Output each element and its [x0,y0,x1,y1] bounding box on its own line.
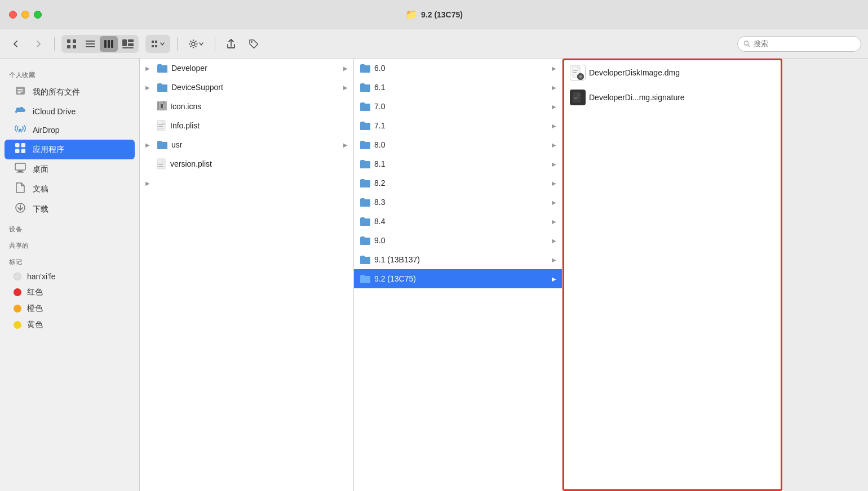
file-row-8.0[interactable]: 8.0 ▶ [354,135,562,154]
action-button[interactable] [184,35,208,53]
dmg-icon [570,65,586,81]
svg-rect-31 [17,89,23,90]
window-controls [9,11,42,19]
tag-yellow-label: 黄色 [27,320,43,330]
close-button[interactable] [9,11,17,19]
folder-7.1-icon [360,120,371,131]
view-list-button[interactable] [81,36,99,52]
sidebar-item-applications[interactable]: 应用程序 [5,140,135,159]
sidebar-item-all-files[interactable]: 我的所有文件 [5,82,135,102]
shared-label: 共享的 [0,236,139,252]
folder-8.3-name: 8.3 [374,198,548,207]
file-row-infoplist[interactable]: Info.plist [140,116,353,135]
action-chevron-icon [199,42,203,46]
folder-6.1-icon [360,82,371,92]
view-column-button[interactable] [100,36,118,52]
forward-button[interactable] [29,35,47,53]
sidebar-item-airdrop[interactable]: AirDrop [5,120,135,139]
sidebar-item-icloud[interactable]: iCloud Drive [5,102,135,120]
folder-8.1-icon [360,159,371,169]
window-title: 9.2 (13C75) [421,10,463,19]
file-row-9.1[interactable]: 9.1 (13B137) ▶ [354,250,562,269]
file-row-6.0[interactable]: 6.0 ▶ [354,59,562,78]
svg-rect-55 [158,166,163,167]
gallery-view-icon [122,39,134,49]
plist-icon [157,120,167,131]
devicesupport-arrow: ▶ [343,84,348,91]
sidebar-item-tag-yellow[interactable]: 黄色 [5,317,135,333]
file-row-signature[interactable]: DeveloperDi...mg.signature [564,85,781,110]
file-row-devicesupport[interactable]: ▶ DeviceSupport ▶ [140,78,353,97]
svg-rect-13 [122,47,134,48]
sidebar-item-downloads[interactable]: 下载 [5,199,135,219]
svg-rect-39 [15,163,25,170]
file-row-8.3[interactable]: 8.3 ▶ [354,193,562,212]
group-button[interactable] [147,36,169,52]
sidebar-item-documents[interactable]: 文稿 [5,179,135,199]
tag-red-dot [14,288,21,296]
svg-rect-62 [574,97,578,97]
svg-rect-33 [17,92,21,93]
svg-point-26 [190,46,191,47]
folder-6.0-name: 6.0 [374,64,548,73]
applications-label: 应用程序 [33,145,64,155]
icon-view-icon [67,39,77,49]
documents-label: 文稿 [33,184,48,194]
file-row-8.2[interactable]: 8.2 ▶ [354,173,562,193]
view-gallery-button[interactable] [118,36,138,52]
share-button[interactable] [222,35,240,53]
folder-7.1-name: 7.1 [374,121,548,130]
folder-6.0-icon [360,63,371,73]
svg-rect-36 [21,143,26,148]
file-row-8.1[interactable]: 8.1 ▶ [354,154,562,173]
usr-name: usr [171,140,340,149]
folder-8.4-icon [360,216,371,226]
folder-title-icon: 📁 [405,8,418,21]
file-row-6.1[interactable]: 6.1 ▶ [354,78,562,97]
svg-rect-40 [18,171,23,172]
minimize-button[interactable] [21,11,29,19]
expand-devicesupport: ▶ [145,84,153,91]
file-row-9.0[interactable]: 9.0 ▶ [354,231,562,250]
gear-icon [189,39,198,48]
svg-rect-32 [17,91,23,92]
icloud-label: iCloud Drive [33,107,76,116]
svg-point-25 [195,41,196,42]
file-row-diskimage[interactable]: DeveloperDiskImage.dmg [564,60,781,85]
back-button[interactable] [7,35,25,53]
list-view-icon [85,39,95,49]
devices-label: 设备 [0,220,139,236]
tag-button[interactable] [245,35,263,53]
svg-rect-51 [158,128,163,128]
view-icon-button[interactable] [63,36,81,52]
sidebar-item-tag-orange[interactable]: 橙色 [5,301,135,316]
folder-8.0-icon [360,140,371,150]
sidebar-item-desktop[interactable]: 桌面 [5,160,135,178]
maximize-button[interactable] [34,11,42,19]
file-row-7.1[interactable]: 7.1 ▶ [354,116,562,135]
sep3 [215,37,215,51]
file-row-developer[interactable]: ▶ Developer ▶ [140,59,353,78]
favorites-label: 个人收藏 [0,65,139,82]
tag-orange-dot [14,305,21,313]
file-row-icon[interactable]: Icon.icns [140,97,353,116]
developer-name: Developer [171,64,340,73]
search-bar[interactable] [737,36,861,52]
file-row-usr[interactable]: ▶ usr ▶ [140,135,353,154]
icloud-svg [14,105,26,114]
titlebar: 📁 9.2 (13C75) [0,0,868,29]
documents-svg [15,182,25,193]
file-row-9.2[interactable]: 9.2 (13C75) ▶ [354,269,562,288]
group-icon [151,40,159,48]
search-input[interactable] [754,39,855,48]
file-row-7.0[interactable]: 7.0 ▶ [354,97,562,116]
icon-name: Icon.icns [170,102,348,111]
sidebar-item-tag-none[interactable]: han'xi'fe [5,269,135,284]
file-row-versionplist[interactable]: version.plist [140,154,353,173]
svg-rect-5 [86,43,95,44]
tag-none-dot [14,273,21,280]
sidebar-item-tag-red[interactable]: 红色 [5,284,135,300]
tag-yellow-dot [14,321,21,329]
file-row-8.4[interactable]: 8.4 ▶ [354,212,562,231]
file-row-more[interactable]: ▶ [140,173,353,193]
